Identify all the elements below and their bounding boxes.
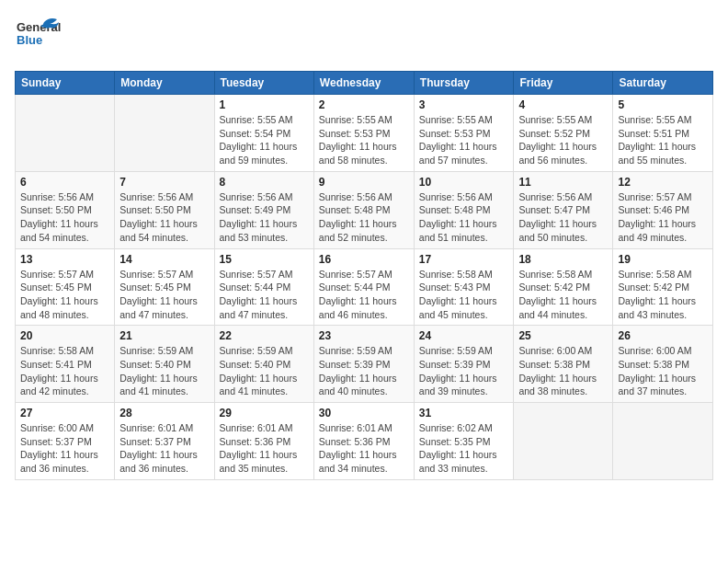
day-info: Sunrise: 5:56 AMSunset: 5:47 PMDaylight:… (518, 190, 608, 245)
calendar-cell: 30Sunrise: 6:01 AMSunset: 5:36 PMDayligh… (313, 403, 414, 480)
calendar-week-row: 27Sunrise: 6:00 AMSunset: 5:37 PMDayligh… (16, 403, 713, 480)
day-info: Sunrise: 6:00 AMSunset: 5:38 PMDaylight:… (518, 344, 608, 398)
day-info: Sunrise: 5:58 AMSunset: 5:42 PMDaylight:… (518, 268, 608, 322)
day-info: Sunrise: 5:57 AMSunset: 5:45 PMDaylight:… (119, 268, 209, 322)
calendar-cell: 21Sunrise: 5:59 AMSunset: 5:40 PMDayligh… (115, 326, 214, 403)
day-number: 5 (618, 98, 708, 111)
day-number: 10 (419, 176, 509, 189)
day-info: Sunrise: 5:59 AMSunset: 5:39 PMDaylight:… (319, 344, 409, 398)
weekday-header-friday: Friday (514, 72, 613, 95)
day-number: 31 (419, 407, 509, 419)
calendar-cell: 8Sunrise: 5:56 AMSunset: 5:49 PMDaylight… (214, 171, 313, 248)
calendar-cell: 25Sunrise: 6:00 AMSunset: 5:38 PMDayligh… (514, 326, 613, 403)
calendar-cell (514, 403, 613, 480)
day-number: 7 (119, 176, 209, 189)
day-info: Sunrise: 5:57 AMSunset: 5:45 PMDaylight:… (20, 268, 109, 322)
day-info: Sunrise: 5:56 AMSunset: 5:50 PMDaylight:… (119, 190, 209, 245)
weekday-header-sunday: Sunday (16, 72, 115, 95)
day-info: Sunrise: 6:02 AMSunset: 5:35 PMDaylight:… (419, 421, 509, 476)
day-number: 9 (319, 176, 409, 189)
day-number: 20 (20, 329, 109, 342)
calendar-cell: 27Sunrise: 6:00 AMSunset: 5:37 PMDayligh… (16, 403, 115, 480)
day-info: Sunrise: 6:00 AMSunset: 5:37 PMDaylight:… (20, 421, 109, 476)
calendar-week-row: 1Sunrise: 5:55 AMSunset: 5:54 PMDaylight… (16, 95, 713, 172)
day-number: 14 (119, 253, 209, 266)
day-number: 26 (618, 329, 708, 342)
calendar-cell: 3Sunrise: 5:55 AMSunset: 5:53 PMDaylight… (414, 95, 514, 172)
day-info: Sunrise: 5:56 AMSunset: 5:48 PMDaylight:… (419, 190, 509, 245)
day-info: Sunrise: 5:58 AMSunset: 5:43 PMDaylight:… (419, 268, 509, 322)
day-info: Sunrise: 5:59 AMSunset: 5:40 PMDaylight:… (119, 344, 209, 398)
day-info: Sunrise: 5:57 AMSunset: 5:44 PMDaylight:… (220, 268, 309, 322)
day-info: Sunrise: 5:55 AMSunset: 5:53 PMDaylight:… (319, 113, 409, 167)
weekday-header-tuesday: Tuesday (214, 72, 313, 95)
calendar-cell: 23Sunrise: 5:59 AMSunset: 5:39 PMDayligh… (313, 326, 414, 403)
day-number: 12 (618, 176, 708, 189)
day-info: Sunrise: 5:57 AMSunset: 5:46 PMDaylight:… (618, 190, 708, 245)
day-number: 2 (319, 98, 409, 111)
calendar-cell: 7Sunrise: 5:56 AMSunset: 5:50 PMDaylight… (115, 171, 214, 248)
calendar-week-row: 13Sunrise: 5:57 AMSunset: 5:45 PMDayligh… (16, 248, 713, 326)
day-number: 18 (518, 253, 608, 266)
day-info: Sunrise: 5:55 AMSunset: 5:54 PMDaylight:… (220, 113, 309, 167)
day-info: Sunrise: 5:56 AMSunset: 5:50 PMDaylight:… (20, 190, 109, 245)
day-number: 11 (518, 176, 608, 189)
svg-text:Blue: Blue (17, 33, 42, 47)
calendar-cell: 11Sunrise: 5:56 AMSunset: 5:47 PMDayligh… (514, 171, 613, 248)
day-info: Sunrise: 5:55 AMSunset: 5:51 PMDaylight:… (618, 113, 708, 167)
calendar-cell: 4Sunrise: 5:55 AMSunset: 5:52 PMDaylight… (514, 95, 613, 172)
day-number: 22 (220, 329, 309, 342)
calendar-week-row: 6Sunrise: 5:56 AMSunset: 5:50 PMDaylight… (16, 171, 713, 248)
day-number: 6 (20, 176, 109, 189)
day-number: 19 (618, 253, 708, 266)
calendar-cell: 12Sunrise: 5:57 AMSunset: 5:46 PMDayligh… (613, 171, 713, 248)
calendar-cell (613, 403, 713, 480)
day-info: Sunrise: 5:56 AMSunset: 5:48 PMDaylight:… (319, 190, 409, 245)
day-number: 24 (419, 329, 509, 342)
calendar-cell (115, 95, 214, 172)
day-info: Sunrise: 6:01 AMSunset: 5:36 PMDaylight:… (220, 421, 309, 476)
day-info: Sunrise: 5:55 AMSunset: 5:52 PMDaylight:… (518, 113, 608, 167)
calendar-cell: 20Sunrise: 5:58 AMSunset: 5:41 PMDayligh… (16, 326, 115, 403)
day-number: 8 (220, 176, 309, 189)
day-number: 28 (119, 407, 209, 419)
day-number: 13 (20, 253, 109, 266)
day-info: Sunrise: 5:59 AMSunset: 5:40 PMDaylight:… (220, 344, 309, 398)
day-number: 16 (319, 253, 409, 266)
day-info: Sunrise: 5:59 AMSunset: 5:39 PMDaylight:… (419, 344, 509, 398)
calendar-cell: 6Sunrise: 5:56 AMSunset: 5:50 PMDaylight… (16, 171, 115, 248)
day-info: Sunrise: 6:00 AMSunset: 5:38 PMDaylight:… (618, 344, 708, 398)
calendar-cell: 2Sunrise: 5:55 AMSunset: 5:53 PMDaylight… (313, 95, 414, 172)
calendar-cell: 5Sunrise: 5:55 AMSunset: 5:51 PMDaylight… (613, 95, 713, 172)
day-number: 29 (220, 407, 309, 419)
day-info: Sunrise: 5:56 AMSunset: 5:49 PMDaylight:… (220, 190, 309, 245)
calendar-cell: 28Sunrise: 6:01 AMSunset: 5:37 PMDayligh… (115, 403, 214, 480)
calendar-cell: 22Sunrise: 5:59 AMSunset: 5:40 PMDayligh… (214, 326, 313, 403)
day-number: 27 (20, 407, 109, 419)
calendar-cell: 18Sunrise: 5:58 AMSunset: 5:42 PMDayligh… (514, 248, 613, 326)
calendar-cell: 29Sunrise: 6:01 AMSunset: 5:36 PMDayligh… (214, 403, 313, 480)
day-number: 15 (220, 253, 309, 266)
day-info: Sunrise: 6:01 AMSunset: 5:36 PMDaylight:… (319, 421, 409, 476)
calendar-cell: 14Sunrise: 5:57 AMSunset: 5:45 PMDayligh… (115, 248, 214, 326)
calendar-cell: 13Sunrise: 5:57 AMSunset: 5:45 PMDayligh… (16, 248, 115, 326)
calendar-cell: 16Sunrise: 5:57 AMSunset: 5:44 PMDayligh… (313, 248, 414, 326)
day-number: 1 (220, 98, 309, 111)
calendar-cell: 19Sunrise: 5:58 AMSunset: 5:42 PMDayligh… (613, 248, 713, 326)
logo-image: General Blue (15, 15, 61, 60)
weekday-header-saturday: Saturday (613, 72, 713, 95)
calendar-cell: 24Sunrise: 5:59 AMSunset: 5:39 PMDayligh… (414, 326, 514, 403)
calendar-cell: 26Sunrise: 6:00 AMSunset: 5:38 PMDayligh… (613, 326, 713, 403)
day-number: 25 (518, 329, 608, 342)
day-info: Sunrise: 5:55 AMSunset: 5:53 PMDaylight:… (419, 113, 509, 167)
weekday-header-thursday: Thursday (414, 72, 514, 95)
calendar-cell: 1Sunrise: 5:55 AMSunset: 5:54 PMDaylight… (214, 95, 313, 172)
day-number: 30 (319, 407, 409, 419)
day-number: 23 (319, 329, 409, 342)
day-info: Sunrise: 5:58 AMSunset: 5:41 PMDaylight:… (20, 344, 109, 398)
day-info: Sunrise: 5:57 AMSunset: 5:44 PMDaylight:… (319, 268, 409, 322)
calendar-cell: 10Sunrise: 5:56 AMSunset: 5:48 PMDayligh… (414, 171, 514, 248)
day-number: 3 (419, 98, 509, 111)
day-number: 4 (518, 98, 608, 111)
calendar-cell: 9Sunrise: 5:56 AMSunset: 5:48 PMDaylight… (313, 171, 414, 248)
